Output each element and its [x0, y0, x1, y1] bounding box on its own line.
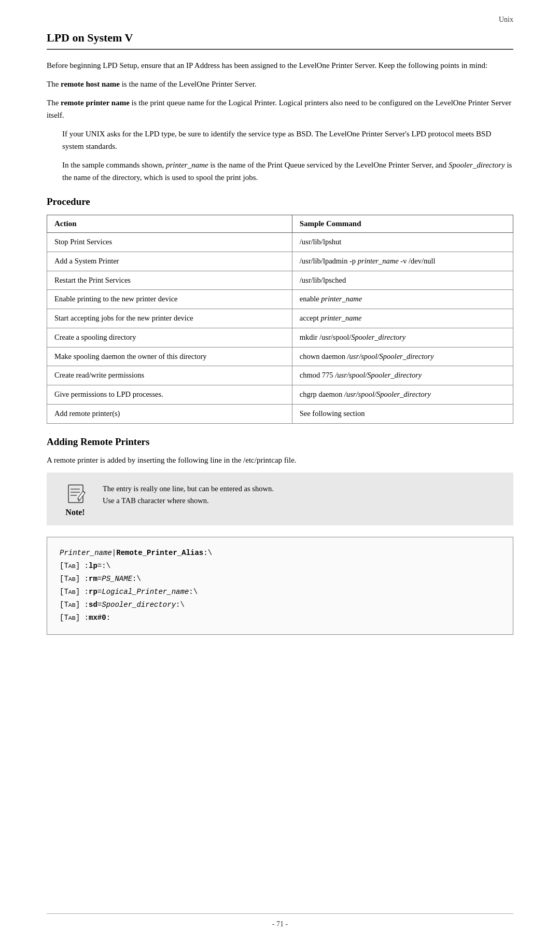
table-row: Give permissions to LPD processes. chgrp…	[47, 385, 513, 405]
table-cell-action: Restart the Print Services	[47, 271, 292, 290]
pencil-note-icon	[61, 483, 89, 506]
table-row: Make spooling daemon the owner of this d…	[47, 347, 513, 366]
paragraph-5: In the sample commands shown, printer_na…	[47, 159, 513, 184]
table-cell-action: Create read/write permissions	[47, 366, 292, 385]
code-line-5: [TAB] :sd=Spooler_directory:\	[60, 599, 500, 612]
adding-remote-intro: A remote printer is added by inserting t…	[47, 454, 513, 466]
note-label: Note!	[65, 508, 85, 517]
code-block: Printer_name|Remote_Printer_Alias:\ [TAB…	[47, 537, 513, 635]
page-category-label: Unix	[499, 16, 513, 24]
code-line-6: [TAB] :mx#0:	[60, 612, 500, 624]
table-row: Add remote printer(s) See following sect…	[47, 404, 513, 423]
table-cell-action: Stop Print Services	[47, 233, 292, 252]
table-row: Enable printing to the new printer devic…	[47, 290, 513, 309]
code-line-3: [TAB] :rm=PS_NAME:\	[60, 573, 500, 586]
paragraph-3: The remote printer name is the print que…	[47, 96, 513, 121]
adding-remote-title: Adding Remote Printers	[47, 436, 513, 448]
note-box: Note! The entry is really one line, but …	[47, 473, 513, 525]
code-line-4: [TAB] :rp=Logical_Printer_name:\	[60, 586, 500, 599]
table-cell-command: /usr/lib/lpadmin -p printer_name -v /dev…	[292, 252, 513, 271]
table-cell-action: Start accepting jobs for the new printer…	[47, 309, 292, 328]
paragraph-1: Before beginning LPD Setup, ensure that …	[47, 59, 513, 72]
page: Unix LPD on System V Before beginning LP…	[0, 0, 560, 945]
procedure-title: Procedure	[47, 196, 513, 207]
page-footer: - 71 -	[47, 913, 513, 928]
table-row: Restart the Print Services /usr/lib/lpsc…	[47, 271, 513, 290]
table-header-command: Sample Command	[292, 215, 513, 233]
paragraph-2: The remote host name is the name of the …	[47, 78, 513, 90]
table-cell-command: accept printer_name	[292, 309, 513, 328]
table-row: Create read/write permissions chmod 775 …	[47, 366, 513, 385]
note-text: The entry is really one line, but can be…	[103, 481, 274, 507]
table-cell-action: Add a System Printer	[47, 252, 292, 271]
code-line-2: [TAB] :lp=:\	[60, 560, 500, 573]
table-cell-command: chmod 775 /usr/spool/Spooler_directory	[292, 366, 513, 385]
table-header-action: Action	[47, 215, 292, 233]
paragraph-4: If your UNIX asks for the LPD type, be s…	[47, 128, 513, 152]
page-number: - 71 -	[272, 920, 288, 928]
note-icon-container: Note!	[57, 481, 93, 517]
table-cell-command: enable printer_name	[292, 290, 513, 309]
table-cell-action: Create a spooling directory	[47, 328, 292, 347]
table-cell-action: Give permissions to LPD processes.	[47, 385, 292, 405]
table-cell-action: Enable printing to the new printer devic…	[47, 290, 292, 309]
table-row: Add a System Printer /usr/lib/lpadmin -p…	[47, 252, 513, 271]
note-line1: The entry is really one line, but can be…	[103, 484, 274, 493]
table-cell-command: chown daemon /usr/spool/Spooler_director…	[292, 347, 513, 366]
table-cell-action: Make spooling daemon the owner of this d…	[47, 347, 292, 366]
table-cell-command: /usr/lib/lpsched	[292, 271, 513, 290]
code-line-1: Printer_name|Remote_Printer_Alias:\	[60, 547, 500, 560]
page-title: LPD on System V	[47, 31, 513, 50]
table-cell-command: /usr/lib/lpshut	[292, 233, 513, 252]
table-cell-action: Add remote printer(s)	[47, 404, 292, 423]
note-line2: Use a TAB character where shown.	[103, 496, 209, 505]
table-cell-command: chgrp daemon /usr/spool/Spooler_director…	[292, 385, 513, 405]
procedure-table: Action Sample Command Stop Print Service…	[47, 215, 513, 424]
table-row: Stop Print Services /usr/lib/lpshut	[47, 233, 513, 252]
table-cell-command: See following section	[292, 404, 513, 423]
table-row: Create a spooling directory mkdir /usr/s…	[47, 328, 513, 347]
table-row: Start accepting jobs for the new printer…	[47, 309, 513, 328]
table-cell-command: mkdir /usr/spool/Spooler_directory	[292, 328, 513, 347]
